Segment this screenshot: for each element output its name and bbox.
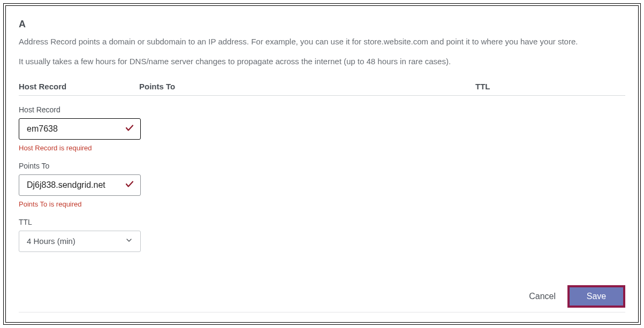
save-button[interactable]: Save: [570, 287, 623, 306]
host-record-field-group: Host Record Host Record is required: [19, 105, 625, 152]
points-to-input[interactable]: [19, 174, 141, 196]
points-to-error: Points To is required: [19, 200, 625, 208]
action-row: Cancel Save: [19, 285, 625, 312]
column-header-host: Host Record: [19, 82, 139, 91]
ttl-selected-value: 4 Hours (min): [27, 237, 75, 246]
record-description-2: It usually takes a few hours for DNS/nam…: [19, 55, 625, 67]
outer-frame: A Address Record points a domain or subd…: [3, 3, 641, 325]
host-record-label: Host Record: [19, 105, 625, 114]
ttl-label: TTL: [19, 218, 625, 226]
save-button-highlight: Save: [567, 285, 625, 308]
record-type-heading: A: [19, 19, 625, 30]
dns-record-panel: A Address Record points a domain or subd…: [5, 5, 639, 323]
host-record-error: Host Record is required: [19, 144, 625, 152]
cancel-button[interactable]: Cancel: [527, 288, 558, 304]
points-to-field-group: Points To Points To is required: [19, 162, 625, 208]
ttl-field-group: TTL 4 Hours (min): [19, 218, 625, 252]
points-to-label: Points To: [19, 162, 625, 170]
column-header-ttl: TTL: [475, 82, 625, 91]
ttl-select-wrap: 4 Hours (min): [19, 231, 141, 252]
points-to-input-wrap: [19, 174, 141, 196]
column-header-points-to: Points To: [139, 82, 475, 91]
ttl-select[interactable]: 4 Hours (min): [19, 231, 141, 252]
record-description-1: Address Record points a domain or subdom…: [19, 35, 625, 48]
host-record-input-wrap: [19, 118, 141, 140]
column-header-row: Host Record Points To TTL: [19, 78, 625, 96]
host-record-input[interactable]: [19, 118, 141, 140]
